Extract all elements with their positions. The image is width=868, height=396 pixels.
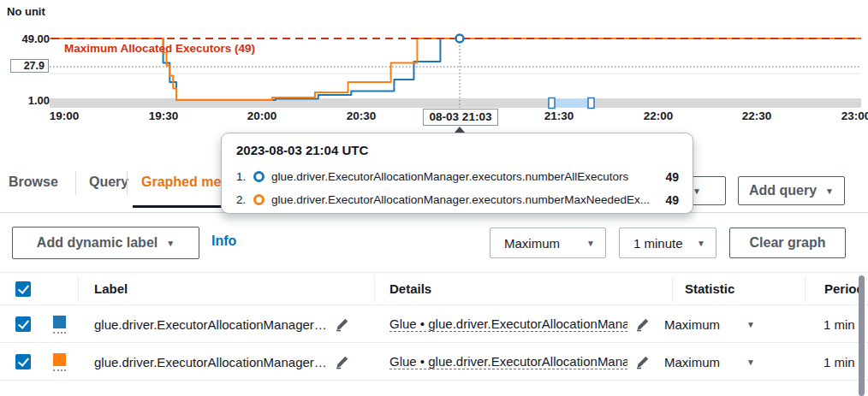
- column-separator: [374, 276, 375, 302]
- row-period-value[interactable]: 1 min: [823, 305, 855, 343]
- column-separator: [672, 276, 673, 302]
- column-header-statistic: Statistic: [685, 273, 734, 305]
- series-color-swatch[interactable]: [53, 353, 66, 366]
- time-scrubber-track[interactable]: [50, 98, 861, 108]
- tab-query[interactable]: Query: [89, 174, 128, 190]
- chevron-down-icon: ▼: [693, 186, 701, 196]
- tooltip-metric-value: 49: [657, 193, 679, 207]
- edit-icon[interactable]: [335, 317, 349, 332]
- scrubber-handle-left[interactable]: [549, 98, 555, 109]
- metric-details-text: Glue • glue.driver.ExecutorAllocationMan…: [389, 316, 627, 332]
- scrubber-handle-right[interactable]: [588, 98, 594, 109]
- y-axis-unit-label: No unit: [7, 5, 45, 18]
- period-select[interactable]: 1 minute ▼: [619, 228, 716, 258]
- add-query-button[interactable]: Add query ▼: [738, 176, 845, 205]
- table-row: glue.driver.ExecutorAllocationManager… G…: [0, 305, 868, 343]
- chevron-down-icon: ▼: [825, 186, 834, 196]
- tooltip-timestamp: 2023-08-03 21:04 UTC: [236, 143, 679, 157]
- hover-point-marker: [456, 35, 464, 43]
- column-separator: [78, 276, 79, 302]
- row-checkbox[interactable]: [15, 316, 31, 332]
- chevron-down-icon: ▼: [586, 239, 595, 248]
- table-row: glue.driver.ExecutorAllocationManager… G…: [0, 343, 868, 381]
- x-tick: 20:30: [347, 109, 377, 122]
- x-tick: 21:30: [544, 109, 574, 122]
- series-ring-icon: [253, 171, 265, 182]
- table-header-row: Label Details Statistic Period: [0, 273, 868, 305]
- tooltip-row-index: 2.: [236, 193, 252, 206]
- select-all-checkbox[interactable]: [15, 281, 31, 297]
- tooltip-metric-name: glue.driver.ExecutorAllocationManager.ex…: [271, 170, 657, 183]
- tab-separator: [127, 171, 128, 195]
- edit-icon[interactable]: [635, 355, 650, 369]
- metric-label-text: glue.driver.ExecutorAllocationManager…: [94, 355, 327, 369]
- row-checkbox[interactable]: [15, 354, 31, 369]
- tab-separator: [75, 171, 76, 195]
- column-separator: [805, 276, 806, 302]
- column-header-label: Label: [94, 273, 128, 305]
- graphed-metrics-table: Label Details Statistic Period glue.driv…: [0, 272, 868, 396]
- metric-label-text: glue.driver.ExecutorAllocationManager…: [94, 317, 327, 332]
- x-tick: 23:00: [841, 109, 868, 122]
- clear-graph-button[interactable]: Clear graph: [729, 228, 846, 258]
- x-tick: 22:30: [742, 109, 772, 122]
- x-tick: 20:00: [247, 109, 277, 122]
- chevron-down-icon: ▼: [697, 239, 705, 248]
- tooltip-metric-value: 49: [657, 170, 679, 184]
- annotation-label: Maximum Allocated Executors (49): [64, 42, 255, 55]
- add-dynamic-label-button[interactable]: Add dynamic label ▼: [12, 227, 199, 259]
- tab-browse[interactable]: Browse: [9, 174, 58, 190]
- swatch-dots-icon: [53, 369, 66, 371]
- metrics-chart[interactable]: No unit 49.00 1.00 27.9 Maximum Allocate…: [0, 0, 868, 137]
- series-color-swatch[interactable]: [53, 316, 66, 328]
- clear-graph-label: Clear graph: [750, 235, 826, 251]
- column-header-details: Details: [389, 273, 431, 305]
- add-dynamic-label-text: Add dynamic label: [37, 235, 158, 251]
- x-tick: 19:30: [149, 109, 179, 122]
- x-tick: 19:00: [50, 109, 80, 122]
- row-statistic-dropdown[interactable]: Maximum ▼: [664, 343, 755, 381]
- x-axis-cursor-label[interactable]: 08-03 21:03: [423, 109, 498, 126]
- series-ring-icon: [253, 194, 265, 205]
- info-link[interactable]: Info: [211, 233, 236, 249]
- y-axis-min-label: 1.00: [0, 94, 50, 107]
- cloudwatch-metrics-panel: No unit 49.00 1.00 27.9 Maximum Allocate…: [0, 0, 868, 396]
- vertical-scrollbar[interactable]: [859, 275, 865, 396]
- tooltip-row: 2. glue.driver.ExecutorAllocationManager…: [236, 188, 679, 211]
- edit-icon[interactable]: [635, 317, 650, 332]
- metric-details-text: Glue • glue.driver.ExecutorAllocationMan…: [389, 354, 627, 369]
- add-query-label: Add query: [749, 183, 817, 198]
- row-period-value[interactable]: 1 min: [823, 343, 855, 381]
- swatch-dots-icon: [53, 332, 66, 334]
- cursor-handle-icon[interactable]: [455, 127, 465, 133]
- tooltip-row-index: 1.: [236, 170, 252, 183]
- edit-icon[interactable]: [335, 355, 349, 369]
- x-tick: 22:00: [644, 109, 674, 122]
- scrubber-selection[interactable]: [553, 99, 591, 107]
- y-axis-max-label: 49.00: [0, 33, 50, 45]
- chevron-down-icon: ▼: [746, 358, 755, 367]
- row-statistic-value: Maximum: [664, 317, 720, 332]
- chart-tooltip: 2023-08-03 21:04 UTC 1. glue.driver.Exec…: [221, 133, 693, 214]
- period-select-value: 1 minute: [633, 236, 683, 251]
- row-statistic-dropdown[interactable]: Maximum ▼: [664, 305, 755, 343]
- statistic-select-value: Maximum: [504, 236, 560, 251]
- tooltip-metric-name: glue.driver.ExecutorAllocationManager.ex…: [271, 193, 657, 206]
- chevron-down-icon: ▼: [746, 320, 755, 329]
- row-statistic-value: Maximum: [664, 355, 720, 369]
- tooltip-row: 1. glue.driver.ExecutorAllocationManager…: [236, 165, 679, 188]
- chevron-down-icon: ▼: [166, 239, 175, 248]
- statistic-select[interactable]: Maximum ▼: [490, 228, 606, 258]
- y-axis-cursor-value: 27.9: [10, 59, 49, 73]
